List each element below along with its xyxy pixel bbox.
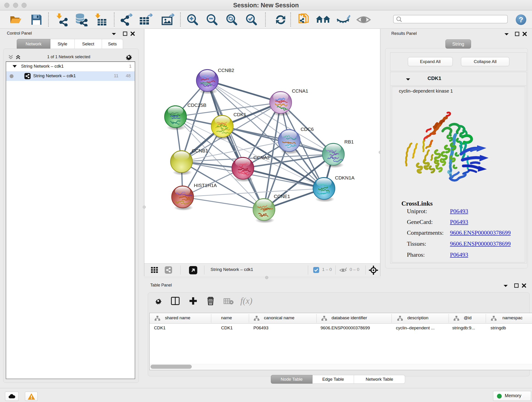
svg-text:CDC6: CDC6 xyxy=(301,127,314,132)
svg-text:CCNB2: CCNB2 xyxy=(218,68,234,73)
svg-text:CDC25B: CDC25B xyxy=(187,102,206,108)
svg-text:HIST1H1A: HIST1H1A xyxy=(194,183,217,188)
svg-text:CCNB1: CCNB1 xyxy=(192,148,208,153)
svg-text:CDKN1A: CDKN1A xyxy=(335,175,355,180)
svg-text:CCNA2: CCNA2 xyxy=(253,155,270,160)
svg-text:RB1: RB1 xyxy=(344,139,354,144)
svg-text:CDK1: CDK1 xyxy=(234,112,246,117)
svg-text:CCNA1: CCNA1 xyxy=(292,88,308,94)
svg-text:?: ? xyxy=(519,16,523,24)
svg-text:CCNE1: CCNE1 xyxy=(274,194,290,199)
